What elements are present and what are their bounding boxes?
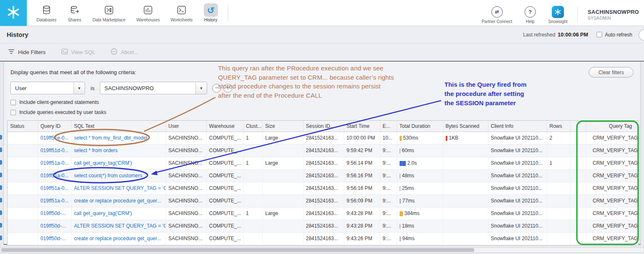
column-header-bytes-scanned[interactable]: Bytes Scanned bbox=[443, 121, 488, 132]
nav-tab-databases[interactable]: Databases bbox=[31, 3, 62, 22]
remove-filter-button[interactable]: − bbox=[212, 84, 221, 93]
query-id-link: 019ff51a-0... bbox=[38, 157, 71, 169]
table-row[interactable]: 019ff51d-0...select * from ordersSACHINS… bbox=[8, 144, 638, 157]
column-header-total-duration[interactable]: Total Duration bbox=[397, 121, 443, 132]
row-status-sliver bbox=[0, 173, 2, 177]
column-header-query-tag[interactable]: Query Tag bbox=[586, 121, 638, 132]
sql-text-link[interactable]: create or replace procedure get_quer... bbox=[74, 198, 161, 204]
user-cell: SACHINSNO... bbox=[166, 194, 206, 207]
table-row[interactable]: 019ff51a-0...create or replace procedure… bbox=[8, 194, 638, 207]
include-user-tasks-checkbox[interactable] bbox=[10, 110, 16, 115]
rows-cell: 2 bbox=[547, 132, 570, 144]
query-id-link[interactable]: 019ff50d-... bbox=[41, 223, 66, 229]
query-id-link[interactable]: 019ff51a-0... bbox=[41, 185, 69, 191]
nav-tab-warehouses[interactable]: Warehouses bbox=[131, 3, 165, 22]
add-filter-button[interactable]: + bbox=[223, 84, 232, 93]
cluster-cell bbox=[243, 169, 262, 182]
sql-text-link[interactable]: call get_query_tag('CRM') bbox=[74, 160, 132, 166]
page-header: History Last refreshed 10:00:06 PM Auto … bbox=[0, 26, 644, 44]
filter-value-select[interactable]: SACHINSNOWPRO ▾ bbox=[100, 82, 207, 94]
total-duration-cell: 94ms bbox=[397, 232, 443, 245]
column-header-clust[interactable]: Clust... bbox=[243, 121, 262, 132]
size-cell: Large bbox=[262, 207, 303, 220]
spacer-cell bbox=[570, 232, 586, 245]
cluster-cell: 1 bbox=[243, 132, 262, 144]
table-row[interactable]: 019ff50d-...call get_query_tag('CRM')SAC… bbox=[8, 207, 638, 220]
refresh-button[interactable] bbox=[639, 29, 644, 41]
spacer-cell bbox=[570, 207, 586, 220]
session-id-cell: 2841524163... bbox=[303, 144, 344, 157]
table-row[interactable]: 019ff51a-0...ALTER SESSION SET QUERY_TAG… bbox=[8, 182, 638, 194]
rows-cell bbox=[547, 220, 570, 232]
query-id-link[interactable]: 019ff51e-0... bbox=[41, 135, 69, 141]
nav-snowsight[interactable]: Snowsight bbox=[543, 5, 573, 24]
sql-text-link[interactable]: select * from orders bbox=[74, 148, 118, 153]
column-header-client-info[interactable]: Client Info bbox=[488, 121, 547, 132]
account-menu[interactable]: SACHINSNOWPRO SYSADMIN bbox=[588, 9, 639, 21]
clear-filters-button[interactable]: Clear filters bbox=[589, 67, 634, 78]
nav-tab-worksheets[interactable]: Worksheets bbox=[165, 3, 198, 22]
warehouse-cell: COMPUTE_... bbox=[206, 169, 243, 182]
query-tag-cell: CRM_VERIFY_TAG bbox=[586, 144, 638, 157]
hide-filters-button[interactable]: Hide Filters bbox=[8, 48, 46, 57]
query-id-link[interactable]: 019ff51a-0... bbox=[41, 160, 69, 166]
query-id-link[interactable]: 019ff51d-0... bbox=[41, 148, 69, 153]
nav-tab-shares[interactable]: Shares bbox=[62, 3, 87, 22]
sql-text-link[interactable]: ALTER SESSION SET QUERY_TAG = 'C... bbox=[74, 185, 166, 191]
rows-cell: 1 bbox=[547, 157, 570, 169]
column-header-e[interactable]: E... bbox=[380, 121, 397, 132]
sql-text-link: call get_query_tag('CRM') bbox=[71, 207, 166, 220]
nav-tab-history[interactable]: ↺ History bbox=[198, 3, 223, 22]
table-row[interactable]: 019ff51a-0...select count(*) from custom… bbox=[8, 169, 638, 182]
query-id-link: 019ff51d-0... bbox=[38, 144, 71, 157]
table-row[interactable]: 019ff50d-...ALTER SESSION SET QUERY_TAG … bbox=[8, 220, 638, 232]
end-time-cell: 9:... bbox=[380, 232, 397, 245]
query-id-link[interactable]: 019ff51a-0... bbox=[41, 198, 69, 204]
status-cell bbox=[8, 132, 38, 144]
query-id-link[interactable]: 019ff50d-... bbox=[41, 210, 66, 216]
nav-partner-connect[interactable]: ⇄ Partner Connect bbox=[476, 5, 518, 24]
session-id-cell: 2841524163... bbox=[303, 182, 344, 194]
column-header-start-time[interactable]: Start Time bbox=[344, 121, 380, 132]
sql-text-link: select * from orders bbox=[71, 144, 166, 157]
sql-text-link: select count(*) from customers bbox=[71, 169, 166, 182]
warehouse-cell: COMPUTE_... bbox=[206, 144, 243, 157]
column-header-warehouse[interactable]: Warehouse bbox=[206, 121, 243, 132]
horizontal-scrollbar[interactable] bbox=[0, 247, 644, 253]
query-id-link[interactable]: 019ff51a-0... bbox=[41, 173, 69, 179]
column-header-sql-text[interactable]: SQL Text bbox=[71, 121, 166, 132]
abort-button[interactable]: Abort... bbox=[110, 48, 138, 57]
size-cell: Large bbox=[262, 132, 303, 144]
column-header-blank[interactable] bbox=[570, 121, 586, 132]
column-header-query-id[interactable]: Query ID bbox=[38, 121, 71, 132]
column-header-size[interactable]: Size bbox=[262, 121, 303, 132]
sql-text-link[interactable]: select count(*) from customers bbox=[74, 173, 143, 179]
rows-cell bbox=[547, 194, 570, 207]
sql-text-link[interactable]: call get_query_tag('CRM') bbox=[74, 210, 132, 216]
sql-text-link[interactable]: ALTER SESSION SET QUERY_TAG = 'C... bbox=[74, 223, 166, 229]
table-row[interactable]: 019ff51a-0...call get_query_tag('CRM')SA… bbox=[8, 157, 638, 169]
spacer-cell bbox=[570, 220, 586, 232]
query-id-link[interactable]: 019ff50d-... bbox=[41, 236, 66, 241]
filter-field-select[interactable]: User ▾ bbox=[10, 82, 85, 94]
start-time-cell: 9:56:16 PM bbox=[344, 182, 380, 194]
view-sql-button[interactable]: View SQL bbox=[61, 48, 96, 57]
query-id-link: 019ff51e-0... bbox=[38, 132, 71, 144]
nav-tab-data-marketplace[interactable]: Data Marketplace bbox=[87, 3, 131, 22]
column-header-session-id[interactable]: Session ID... bbox=[303, 121, 344, 132]
table-row[interactable]: 019ff50d-...create or replace procedure … bbox=[8, 232, 638, 245]
abort-label: Abort... bbox=[121, 49, 138, 55]
auto-refresh-checkbox[interactable] bbox=[597, 32, 602, 37]
nav-help[interactable]: ? Help bbox=[518, 5, 543, 24]
column-header-rows[interactable]: Rows bbox=[547, 121, 570, 132]
sql-text-link[interactable]: select * from my_first_dbt_model bbox=[74, 135, 148, 141]
table-row[interactable]: 019ff51e-0...select * from my_first_dbt_… bbox=[8, 132, 638, 144]
sql-text-link[interactable]: create or replace procedure get_quer... bbox=[74, 236, 161, 241]
snowflake-logo[interactable] bbox=[0, 0, 27, 26]
nav-label: Worksheets bbox=[171, 18, 193, 22]
include-client-statements-checkbox[interactable] bbox=[10, 100, 16, 105]
size-cell bbox=[262, 182, 303, 194]
horizontal-scrollbar-thumb[interactable] bbox=[1, 248, 474, 252]
column-header-user[interactable]: User bbox=[166, 121, 206, 132]
column-header-status[interactable]: Status bbox=[8, 121, 38, 132]
